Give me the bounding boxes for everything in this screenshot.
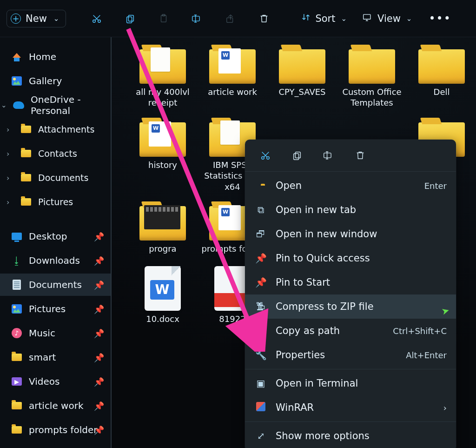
copy-path-icon: ⎘ bbox=[254, 325, 267, 336]
sidebar-item-label: Videos bbox=[29, 376, 60, 387]
sidebar-item-desktop[interactable]: Desktop 📌 bbox=[0, 225, 111, 247]
sidebar-item-prompts-folder[interactable]: prompts folder 📌 bbox=[0, 419, 111, 441]
ctx-properties[interactable]: 🔧 Properties Alt+Enter bbox=[245, 343, 456, 367]
file-item[interactable]: W 10.docx bbox=[128, 266, 197, 324]
documents-icon bbox=[11, 279, 22, 290]
open-window-icon: 🗗 bbox=[254, 228, 267, 240]
folder-icon: W bbox=[209, 49, 256, 84]
sidebar-item-gallery[interactable]: Gallery bbox=[0, 70, 111, 92]
file-name: history bbox=[148, 160, 177, 170]
sidebar-item-article-work[interactable]: article work 📌 bbox=[0, 395, 111, 417]
view-icon bbox=[363, 13, 373, 24]
sidebar-item-pictures[interactable]: Pictures 📌 bbox=[0, 298, 111, 320]
folder-icon bbox=[20, 196, 32, 207]
rename-icon[interactable] bbox=[187, 8, 207, 29]
chevron-down-icon: ⌄ bbox=[1, 101, 7, 109]
svg-rect-11 bbox=[295, 152, 300, 158]
sort-button[interactable]: Sort ⌄ bbox=[298, 11, 350, 26]
sidebar-item-pictures-od[interactable]: › Pictures bbox=[0, 191, 111, 213]
folder-icon bbox=[20, 124, 32, 135]
ctx-open-new-window[interactable]: 🗗 Open in new window bbox=[245, 222, 456, 246]
ctx-show-more[interactable]: ⤢ Show more options bbox=[245, 424, 456, 448]
sidebar-item-label: Documents bbox=[38, 173, 88, 183]
rename-icon[interactable] bbox=[318, 146, 339, 165]
downloads-icon: ⭳ bbox=[11, 255, 22, 266]
pin-icon: 📌 bbox=[254, 253, 267, 264]
file-item[interactable]: W article work bbox=[198, 47, 267, 108]
pin-icon: 📌 bbox=[94, 401, 104, 411]
ctx-copy-as-path[interactable]: ⎘ Copy as path Ctrl+Shift+C bbox=[245, 319, 456, 343]
paste-icon[interactable] bbox=[153, 8, 174, 29]
sidebar-item-smart[interactable]: smart 📌 bbox=[0, 346, 111, 368]
file-item[interactable]: CPY_SAVES bbox=[268, 47, 337, 108]
folder-icon bbox=[20, 172, 32, 183]
shortcut: Alt+Enter bbox=[406, 350, 447, 360]
cut-icon[interactable] bbox=[86, 8, 107, 29]
ctx-open-terminal[interactable]: ▣ Open in Terminal bbox=[245, 371, 456, 395]
sidebar-item-label: prompts folder bbox=[29, 424, 98, 435]
ctx-label: Compress to ZIP file bbox=[276, 301, 374, 312]
pin-icon: 📌 bbox=[94, 256, 104, 266]
cut-icon[interactable] bbox=[255, 146, 276, 165]
folder-icon bbox=[11, 400, 22, 411]
ctx-pin-start[interactable]: 📌 Pin to Start bbox=[245, 270, 456, 294]
svg-rect-13 bbox=[324, 153, 331, 158]
pin-icon: 📌 bbox=[94, 377, 104, 387]
sidebar-item-music[interactable]: ♪ Music 📌 bbox=[0, 322, 111, 344]
svg-rect-6 bbox=[192, 16, 199, 20]
ctx-compress-zip[interactable]: 🗜 Compress to ZIP file bbox=[245, 294, 456, 319]
ctx-winrar[interactable]: WinRAR › bbox=[245, 395, 456, 420]
onedrive-icon bbox=[13, 100, 24, 111]
sidebar-item-label: smart bbox=[29, 352, 56, 363]
sidebar-item-contacts[interactable]: › Contacts bbox=[0, 142, 111, 165]
file-item[interactable]: W history bbox=[128, 120, 197, 192]
file-item[interactable]: all my 400lvl receipt bbox=[128, 47, 197, 108]
ctx-open-new-tab[interactable]: ⧉ Open in new tab bbox=[245, 198, 456, 222]
plus-circle-icon: + bbox=[11, 13, 21, 24]
new-button[interactable]: + New ⌄ bbox=[7, 10, 66, 27]
music-icon: ♪ bbox=[11, 328, 22, 339]
sidebar-item-onedrive[interactable]: ⌄ OneDrive - Personal bbox=[0, 94, 111, 116]
file-item[interactable]: Dell bbox=[407, 47, 476, 108]
sidebar-item-label: OneDrive - Personal bbox=[31, 94, 106, 116]
file-name: Custom Office Templates bbox=[337, 87, 406, 108]
folder-icon bbox=[11, 352, 22, 363]
folder-icon bbox=[349, 49, 395, 84]
winrar-icon bbox=[254, 402, 267, 414]
view-button[interactable]: View ⌄ bbox=[359, 11, 416, 26]
sidebar-item-videos[interactable]: ▶ Videos 📌 bbox=[0, 370, 111, 393]
properties-icon: 🔧 bbox=[254, 349, 267, 361]
sidebar-item-documents[interactable]: Documents 📌 bbox=[0, 274, 111, 296]
file-name: CPY_SAVES bbox=[278, 87, 325, 97]
copy-icon[interactable] bbox=[287, 146, 307, 165]
pictures-icon bbox=[11, 303, 22, 314]
nav-sidebar: Home Gallery ⌄ OneDrive - Personal › Att… bbox=[0, 37, 112, 448]
ctx-open[interactable]: Open Enter bbox=[245, 174, 456, 198]
share-icon[interactable] bbox=[220, 8, 241, 29]
pin-icon: 📌 bbox=[94, 328, 104, 338]
file-name: 10.docx bbox=[146, 314, 179, 324]
terminal-icon: ▣ bbox=[254, 378, 267, 389]
show-more-icon: ⤢ bbox=[254, 430, 267, 441]
sidebar-item-attachments[interactable]: › Attachments bbox=[0, 118, 111, 140]
copy-icon[interactable] bbox=[120, 8, 140, 29]
ctx-label: Pin to Quick access bbox=[276, 253, 370, 264]
file-item[interactable]: Custom Office Templates bbox=[337, 47, 406, 108]
sidebar-item-home[interactable]: Home bbox=[0, 46, 111, 68]
sidebar-item-documents-od[interactable]: › Documents bbox=[0, 167, 111, 189]
more-icon[interactable]: ••• bbox=[424, 12, 456, 25]
ctx-label: Copy as path bbox=[276, 325, 340, 336]
videos-icon: ▶ bbox=[11, 376, 22, 387]
context-menu-toolbar bbox=[245, 144, 456, 169]
sidebar-item-label: Music bbox=[29, 328, 55, 339]
ctx-label: WinRAR bbox=[276, 402, 314, 413]
delete-icon[interactable] bbox=[350, 146, 370, 165]
new-button-label: New bbox=[26, 13, 47, 24]
delete-icon[interactable] bbox=[254, 8, 274, 29]
ctx-pin-quick-access[interactable]: 📌 Pin to Quick access bbox=[245, 246, 456, 270]
file-item[interactable]: progra bbox=[128, 204, 197, 254]
sort-label: Sort bbox=[315, 13, 335, 24]
sidebar-item-downloads[interactable]: ⭳ Downloads 📌 bbox=[0, 249, 111, 272]
file-name: progra bbox=[149, 243, 176, 254]
chevron-right-icon: › bbox=[7, 149, 9, 158]
